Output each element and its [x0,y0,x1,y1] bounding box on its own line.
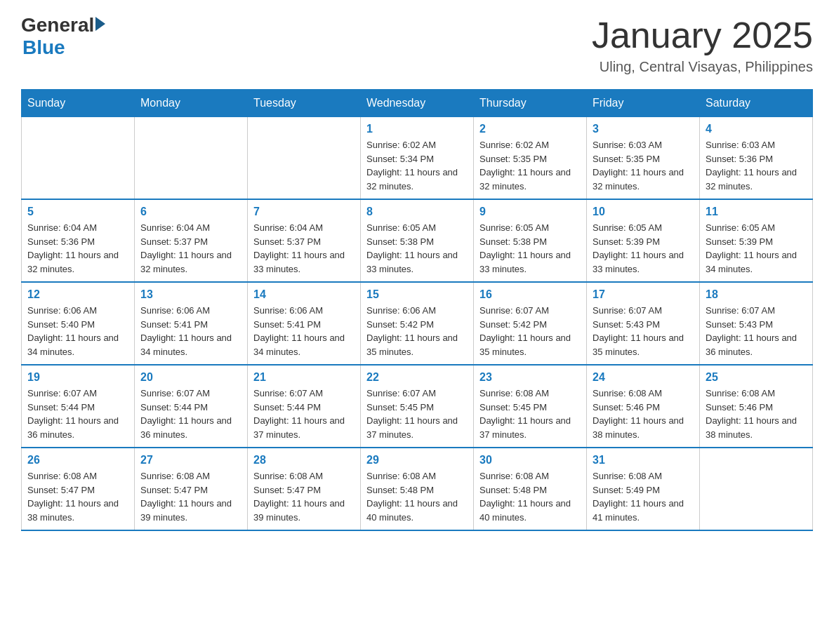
day-number: 25 [706,371,807,384]
calendar-cell: 9Sunrise: 6:05 AM Sunset: 5:38 PM Daylig… [474,199,587,282]
calendar-table: SundayMondayTuesdayWednesdayThursdayFrid… [21,89,813,531]
day-number: 20 [140,371,241,384]
day-number: 2 [479,123,581,135]
calendar-cell: 28Sunrise: 6:08 AM Sunset: 5:47 PM Dayli… [248,448,361,530]
day-number: 27 [140,454,241,467]
calendar-cell [22,117,135,200]
day-info: Sunrise: 6:08 AM Sunset: 5:47 PM Dayligh… [27,469,128,524]
calendar-cell: 29Sunrise: 6:08 AM Sunset: 5:48 PM Dayli… [361,448,474,530]
day-info: Sunrise: 6:08 AM Sunset: 5:48 PM Dayligh… [479,469,581,524]
day-info: Sunrise: 6:08 AM Sunset: 5:46 PM Dayligh… [706,387,807,441]
day-info: Sunrise: 6:07 AM Sunset: 5:44 PM Dayligh… [140,387,241,441]
day-info: Sunrise: 6:05 AM Sunset: 5:38 PM Dayligh… [366,221,468,276]
day-info: Sunrise: 6:05 AM Sunset: 5:38 PM Dayligh… [479,221,581,276]
day-info: Sunrise: 6:08 AM Sunset: 5:45 PM Dayligh… [479,387,581,441]
day-info: Sunrise: 6:02 AM Sunset: 5:35 PM Dayligh… [479,138,581,193]
calendar-cell: 5Sunrise: 6:04 AM Sunset: 5:36 PM Daylig… [22,199,135,282]
calendar-week-2: 5Sunrise: 6:04 AM Sunset: 5:36 PM Daylig… [22,199,813,282]
day-number: 16 [479,288,581,301]
header-row: SundayMondayTuesdayWednesdayThursdayFrid… [22,90,813,117]
calendar-header: SundayMondayTuesdayWednesdayThursdayFrid… [22,90,813,117]
day-info: Sunrise: 6:07 AM Sunset: 5:42 PM Dayligh… [479,304,581,358]
title-block: January 2025 Uling, Central Visayas, Phi… [592,14,813,75]
day-info: Sunrise: 6:04 AM Sunset: 5:37 PM Dayligh… [140,221,241,276]
day-info: Sunrise: 6:04 AM Sunset: 5:36 PM Dayligh… [27,221,128,276]
calendar-cell: 23Sunrise: 6:08 AM Sunset: 5:45 PM Dayli… [474,365,587,448]
day-number: 18 [706,288,807,301]
day-info: Sunrise: 6:07 AM Sunset: 5:44 PM Dayligh… [253,387,355,441]
calendar-cell: 16Sunrise: 6:07 AM Sunset: 5:42 PM Dayli… [474,282,587,365]
calendar-cell: 27Sunrise: 6:08 AM Sunset: 5:47 PM Dayli… [135,448,248,530]
calendar-cell: 24Sunrise: 6:08 AM Sunset: 5:46 PM Dayli… [587,365,700,448]
calendar-cell [700,448,813,530]
calendar-cell: 8Sunrise: 6:05 AM Sunset: 5:38 PM Daylig… [361,199,474,282]
calendar-cell: 4Sunrise: 6:03 AM Sunset: 5:36 PM Daylig… [700,117,813,200]
logo-blue-text: Blue [22,36,105,59]
day-header-thursday: Thursday [474,90,587,117]
day-info: Sunrise: 6:08 AM Sunset: 5:49 PM Dayligh… [593,469,694,524]
day-info: Sunrise: 6:02 AM Sunset: 5:34 PM Dayligh… [366,138,468,193]
day-info: Sunrise: 6:07 AM Sunset: 5:45 PM Dayligh… [366,387,468,441]
day-number: 15 [366,288,468,301]
logo-general-text: General [21,14,94,36]
day-number: 23 [479,371,581,384]
calendar-week-4: 19Sunrise: 6:07 AM Sunset: 5:44 PM Dayli… [22,365,813,448]
calendar-cell: 22Sunrise: 6:07 AM Sunset: 5:45 PM Dayli… [361,365,474,448]
day-info: Sunrise: 6:05 AM Sunset: 5:39 PM Dayligh… [593,221,694,276]
day-number: 19 [27,371,128,384]
logo-top-row: General [21,14,105,36]
calendar-cell: 17Sunrise: 6:07 AM Sunset: 5:43 PM Dayli… [587,282,700,365]
day-number: 22 [366,371,468,384]
day-info: Sunrise: 6:07 AM Sunset: 5:44 PM Dayligh… [27,387,128,441]
location-title: Uling, Central Visayas, Philippines [592,59,813,75]
day-info: Sunrise: 6:08 AM Sunset: 5:47 PM Dayligh… [140,469,241,524]
day-info: Sunrise: 6:05 AM Sunset: 5:39 PM Dayligh… [706,221,807,276]
day-number: 3 [593,123,694,135]
calendar-cell: 19Sunrise: 6:07 AM Sunset: 5:44 PM Dayli… [22,365,135,448]
day-number: 9 [479,206,581,218]
day-info: Sunrise: 6:06 AM Sunset: 5:41 PM Dayligh… [140,304,241,358]
day-info: Sunrise: 6:06 AM Sunset: 5:42 PM Dayligh… [366,304,468,358]
day-number: 12 [27,288,128,301]
day-info: Sunrise: 6:06 AM Sunset: 5:41 PM Dayligh… [253,304,355,358]
day-number: 1 [366,123,468,135]
day-info: Sunrise: 6:04 AM Sunset: 5:37 PM Dayligh… [253,221,355,276]
day-header-saturday: Saturday [700,90,813,117]
calendar-week-5: 26Sunrise: 6:08 AM Sunset: 5:47 PM Dayli… [22,448,813,530]
calendar-cell: 2Sunrise: 6:02 AM Sunset: 5:35 PM Daylig… [474,117,587,200]
day-number: 10 [593,206,694,218]
calendar-cell: 18Sunrise: 6:07 AM Sunset: 5:43 PM Dayli… [700,282,813,365]
calendar-body: 1Sunrise: 6:02 AM Sunset: 5:34 PM Daylig… [22,117,813,531]
day-number: 8 [366,206,468,218]
calendar-week-3: 12Sunrise: 6:06 AM Sunset: 5:40 PM Dayli… [22,282,813,365]
day-number: 11 [706,206,807,218]
logo-block: General Blue [21,14,105,59]
day-number: 5 [27,206,128,218]
day-info: Sunrise: 6:07 AM Sunset: 5:43 PM Dayligh… [593,304,694,358]
day-number: 4 [706,123,807,135]
day-info: Sunrise: 6:08 AM Sunset: 5:46 PM Dayligh… [593,387,694,441]
calendar-cell: 1Sunrise: 6:02 AM Sunset: 5:34 PM Daylig… [361,117,474,200]
calendar-cell: 11Sunrise: 6:05 AM Sunset: 5:39 PM Dayli… [700,199,813,282]
day-header-sunday: Sunday [22,90,135,117]
calendar-cell: 20Sunrise: 6:07 AM Sunset: 5:44 PM Dayli… [135,365,248,448]
calendar-week-1: 1Sunrise: 6:02 AM Sunset: 5:34 PM Daylig… [22,117,813,200]
day-header-wednesday: Wednesday [361,90,474,117]
calendar-cell: 25Sunrise: 6:08 AM Sunset: 5:46 PM Dayli… [700,365,813,448]
day-number: 26 [27,454,128,467]
day-number: 24 [593,371,694,384]
day-number: 7 [253,206,355,218]
month-title: January 2025 [592,14,813,56]
calendar-cell [248,117,361,200]
day-header-tuesday: Tuesday [248,90,361,117]
day-header-monday: Monday [135,90,248,117]
day-number: 21 [253,371,355,384]
calendar-cell: 7Sunrise: 6:04 AM Sunset: 5:37 PM Daylig… [248,199,361,282]
calendar-cell: 13Sunrise: 6:06 AM Sunset: 5:41 PM Dayli… [135,282,248,365]
calendar-cell: 30Sunrise: 6:08 AM Sunset: 5:48 PM Dayli… [474,448,587,530]
calendar-cell: 14Sunrise: 6:06 AM Sunset: 5:41 PM Dayli… [248,282,361,365]
day-info: Sunrise: 6:07 AM Sunset: 5:43 PM Dayligh… [706,304,807,358]
calendar-cell [135,117,248,200]
calendar-cell: 6Sunrise: 6:04 AM Sunset: 5:37 PM Daylig… [135,199,248,282]
day-number: 17 [593,288,694,301]
